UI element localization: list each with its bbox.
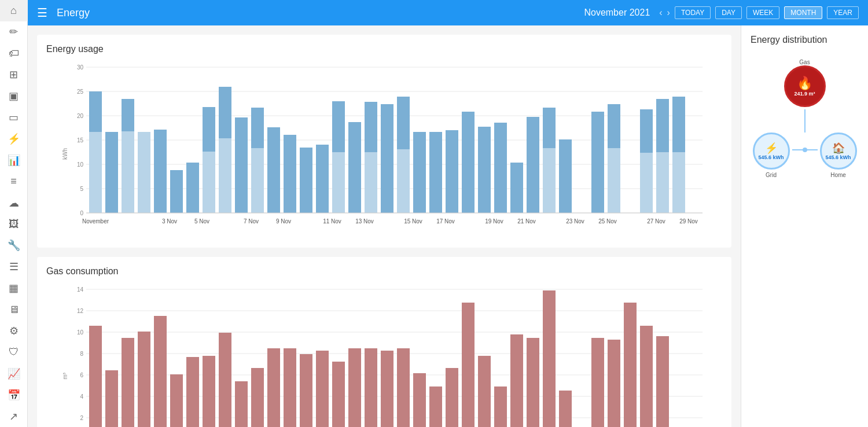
bar-energy: [446, 130, 458, 213]
bar-gas: [284, 348, 296, 427]
sidebar-item-calendar[interactable]: 📅: [0, 384, 28, 406]
bar-energy-light: [219, 138, 231, 213]
svg-text:4: 4: [80, 393, 83, 400]
energy-usage-svg: kWh 30 25 20 15 10: [46, 61, 722, 241]
distribution-title: Energy distribution: [751, 35, 859, 45]
bar-energy-light: [397, 149, 410, 213]
sidebar-item-expand[interactable]: ↗: [0, 406, 28, 427]
menu-icon[interactable]: ☰: [37, 6, 47, 20]
bar-energy: [235, 117, 248, 213]
bar-energy-light: [89, 132, 102, 213]
bar-gas: [510, 334, 523, 427]
bar-energy: [429, 132, 442, 213]
bar-gas: [251, 368, 264, 427]
svg-text:21 Nov: 21 Nov: [517, 218, 536, 224]
bar-gas: [332, 362, 345, 427]
sidebar-item-device[interactable]: 🖥: [0, 299, 28, 321]
bar-gas: [365, 348, 377, 427]
grid-label: Grid: [753, 172, 790, 178]
bar-energy-light: [608, 148, 620, 213]
header-nav: November 2021 ‹ › TODAY DAY WEEK MONTH Y…: [584, 6, 859, 19]
bar-energy: [510, 163, 523, 213]
energy-usage-chart: kWh 30 25 20 15 10: [46, 61, 722, 243]
svg-text:23 Nov: 23 Nov: [566, 218, 584, 224]
svg-text:9 Nov: 9 Nov: [276, 218, 291, 224]
bar-energy: [170, 170, 183, 213]
sidebar-item-energy[interactable]: ⚡: [0, 128, 28, 149]
sidebar-item-code[interactable]: ⚙: [0, 321, 28, 342]
bar-gas: [267, 348, 280, 427]
energy-usage-title: Energy usage: [46, 44, 722, 54]
bar-energy: [527, 117, 539, 213]
day-button[interactable]: DAY: [715, 6, 742, 19]
sidebar-item-shield[interactable]: 🛡: [0, 342, 28, 363]
sidebar-item-trending[interactable]: 📈: [0, 363, 28, 384]
bar-energy-light: [138, 132, 150, 213]
bar-energy: [154, 130, 167, 213]
sidebar-item-square[interactable]: ▣: [0, 86, 28, 107]
bar-energy: [559, 139, 572, 213]
bar-energy-light: [640, 153, 653, 213]
svg-text:27 Nov: 27 Nov: [647, 218, 665, 224]
bar-energy-light: [332, 152, 345, 213]
gas-v-line: [804, 109, 806, 132]
svg-text:3 Nov: 3 Nov: [162, 218, 177, 224]
svg-text:19 Nov: 19 Nov: [485, 218, 503, 224]
bar-energy: [316, 145, 329, 213]
sidebar-item-edit[interactable]: ✏: [0, 21, 28, 43]
home-value: 545.6 kWh: [825, 154, 851, 160]
bar-gas: [591, 338, 604, 427]
sidebar-item-cloud[interactable]: ☁: [0, 192, 28, 214]
bar-gas: [138, 332, 150, 427]
bar-gas: [203, 356, 215, 427]
svg-text:20: 20: [77, 113, 84, 119]
today-button[interactable]: TODAY: [675, 6, 711, 19]
bar-gas: [154, 316, 167, 427]
bar-energy-light: [365, 152, 377, 213]
bar-gas: [397, 348, 410, 427]
content-area: Energy usage kWh 30: [28, 25, 868, 427]
bar-gas: [494, 386, 507, 427]
sidebar-item-tag[interactable]: 🏷: [0, 43, 28, 64]
bar-gas: [559, 391, 572, 427]
grid-circle: ⚡ 545.6 kWh: [753, 132, 790, 170]
svg-text:November: November: [82, 218, 109, 224]
bar-energy: [186, 163, 199, 213]
bar-gas: [527, 338, 539, 427]
bar-gas: [235, 381, 248, 427]
bar-energy: [494, 123, 507, 213]
year-button[interactable]: YEAR: [827, 6, 859, 19]
bar-gas: [656, 336, 669, 427]
next-arrow[interactable]: ›: [667, 8, 670, 18]
sidebar-item-mobile[interactable]: ▭: [0, 107, 28, 128]
sidebar-item-chart[interactable]: 📊: [0, 149, 28, 171]
svg-text:10: 10: [77, 329, 84, 336]
prev-arrow[interactable]: ‹: [659, 8, 662, 18]
header: ☰ Energy November 2021 ‹ › TODAY DAY WEE…: [28, 0, 868, 25]
bar-energy: [348, 122, 361, 213]
week-button[interactable]: WEEK: [746, 6, 779, 19]
gas-circle: 🔥 241.9 m³: [784, 65, 826, 107]
sidebar-item-home[interactable]: ⌂: [0, 0, 28, 21]
grid-icon: ⚡: [765, 142, 778, 154]
home-circle: 🏠 545.6 kWh: [820, 132, 857, 170]
sidebar-item-tool[interactable]: 🔧: [0, 235, 28, 256]
svg-text:12: 12: [77, 308, 84, 314]
bar-energy: [591, 112, 604, 213]
bar-energy: [381, 104, 393, 213]
svg-text:30: 30: [77, 64, 84, 71]
svg-text:13 Nov: 13 Nov: [355, 218, 374, 224]
sidebar-item-image[interactable]: 🖼: [0, 214, 28, 235]
sidebar-item-list[interactable]: ≡: [0, 171, 28, 192]
bar-gas: [300, 354, 312, 427]
distribution-diagram: Gas 🔥 241.9 m³ ⚡ 545.6 kWh Grid: [751, 57, 859, 178]
bar-gas: [462, 303, 475, 427]
gas-consumption-title: Gas consumption: [46, 266, 722, 277]
gas-icon: 🔥: [797, 76, 812, 91]
svg-text:25: 25: [77, 89, 84, 95]
month-button[interactable]: MONTH: [784, 6, 822, 19]
sidebar-item-grid[interactable]: ⊞: [0, 64, 28, 86]
sidebar-item-list2[interactable]: ☰: [0, 256, 28, 278]
sidebar-item-table[interactable]: ▦: [0, 278, 28, 299]
right-panel: Energy distribution Gas 🔥 241.9 m³: [741, 25, 868, 427]
